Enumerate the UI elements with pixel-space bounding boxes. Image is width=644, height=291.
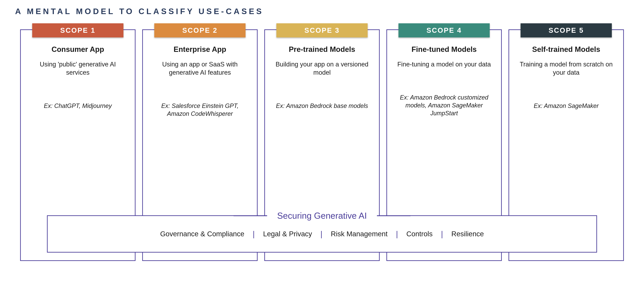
securing-items-row: Governance & Compliance | Legal & Privac… (54, 229, 590, 238)
securing-box: Securing Generative AI Governance & Comp… (47, 215, 597, 252)
securing-item-controls: Controls (406, 230, 432, 238)
scope-desc-3: Building your app on a versioned model (270, 60, 374, 77)
scope-example-4: Ex: Amazon Bedrock customized models, Am… (392, 94, 496, 117)
scope-desc-5: Training a model from scratch on your da… (514, 60, 618, 77)
scope-title-1: Consumer App (26, 45, 130, 54)
scope-header-3: SCOPE 3 (276, 23, 368, 38)
securing-item-governance: Governance & Compliance (160, 230, 244, 238)
scope-desc-4: Fine-tuning a model on your data (392, 60, 496, 69)
scope-title-4: Fine-tuned Models (392, 45, 496, 54)
separator-icon: | (441, 229, 443, 238)
securing-item-resilience: Resilience (451, 230, 484, 238)
scope-header-2: SCOPE 2 (154, 23, 246, 38)
scope-header-5: SCOPE 5 (520, 23, 612, 38)
scope-example-1: Ex: ChatGPT, Midjourney (26, 102, 130, 110)
separator-icon: | (396, 229, 398, 238)
scope-desc-1: Using 'public' generative AI services (26, 60, 130, 77)
separator-icon: | (320, 229, 322, 238)
scope-title-3: Pre-trained Models (270, 45, 374, 54)
scope-example-5: Ex: Amazon SageMaker (514, 102, 618, 110)
scope-header-4: SCOPE 4 (398, 23, 490, 38)
securing-title: Securing Generative AI (267, 211, 377, 221)
scope-example-2: Ex: Salesforce Einstein GPT, Amazon Code… (148, 102, 252, 118)
page-subtitle: A MENTAL MODEL TO CLASSIFY USE-CASES (15, 7, 634, 16)
separator-icon: | (253, 229, 255, 238)
securing-item-risk: Risk Management (331, 230, 388, 238)
securing-item-legal: Legal & Privacy (263, 230, 312, 238)
scope-title-2: Enterprise App (148, 45, 252, 54)
scope-header-1: SCOPE 1 (32, 23, 124, 38)
scope-example-3: Ex: Amazon Bedrock base models (270, 102, 374, 110)
scope-title-5: Self-trained Models (514, 45, 618, 54)
scope-desc-2: Using an app or SaaS with generative AI … (148, 60, 252, 77)
scopes-container: SCOPE 1 Consumer App Using 'public' gene… (10, 29, 634, 261)
